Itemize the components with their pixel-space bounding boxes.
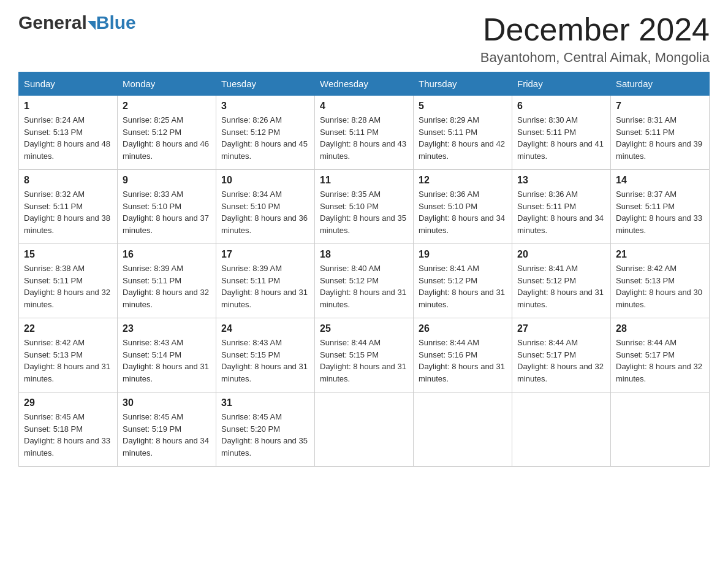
table-row: 11 Sunrise: 8:35 AM Sunset: 5:10 PM Dayl… <box>315 170 414 244</box>
day-number: 9 <box>123 175 211 186</box>
daylight-label: Daylight: 8 hours and 32 minutes. <box>517 362 604 383</box>
sunset-label: Sunset: 5:17 PM <box>616 350 675 359</box>
day-info: Sunrise: 8:36 AM Sunset: 5:10 PM Dayligh… <box>419 188 507 236</box>
day-info: Sunrise: 8:44 AM Sunset: 5:17 PM Dayligh… <box>517 337 605 385</box>
sunset-label: Sunset: 5:11 PM <box>221 276 280 285</box>
table-row: 27 Sunrise: 8:44 AM Sunset: 5:17 PM Dayl… <box>512 318 611 393</box>
daylight-label: Daylight: 8 hours and 32 minutes. <box>616 362 702 383</box>
daylight-label: Daylight: 8 hours and 34 minutes. <box>517 213 604 235</box>
day-number: 1 <box>24 101 112 112</box>
table-row: 15 Sunrise: 8:38 AM Sunset: 5:11 PM Dayl… <box>19 244 118 318</box>
day-number: 8 <box>24 175 112 186</box>
daylight-label: Daylight: 8 hours and 32 minutes. <box>24 288 110 309</box>
day-info: Sunrise: 8:36 AM Sunset: 5:11 PM Dayligh… <box>517 188 605 236</box>
table-row: 21 Sunrise: 8:42 AM Sunset: 5:13 PM Dayl… <box>611 244 710 318</box>
day-info: Sunrise: 8:45 AM Sunset: 5:20 PM Dayligh… <box>221 411 309 459</box>
calendar-week-row: 22 Sunrise: 8:42 AM Sunset: 5:13 PM Dayl… <box>19 318 710 393</box>
sunrise-label: Sunrise: 8:32 AM <box>24 190 85 199</box>
table-row: 12 Sunrise: 8:36 AM Sunset: 5:10 PM Dayl… <box>414 170 512 244</box>
daylight-label: Daylight: 8 hours and 33 minutes. <box>616 213 702 235</box>
page-header: General Blue December 2024 Bayantohom, C… <box>18 12 710 66</box>
logo-general-text: General <box>18 12 87 33</box>
day-info: Sunrise: 8:35 AM Sunset: 5:10 PM Dayligh… <box>320 188 408 236</box>
day-info: Sunrise: 8:40 AM Sunset: 5:12 PM Dayligh… <box>320 262 408 310</box>
sunset-label: Sunset: 5:13 PM <box>24 350 83 359</box>
sunset-label: Sunset: 5:11 PM <box>123 276 181 285</box>
table-row: 19 Sunrise: 8:41 AM Sunset: 5:12 PM Dayl… <box>414 244 512 318</box>
day-number: 22 <box>24 323 112 334</box>
col-thursday: Thursday <box>414 72 512 96</box>
day-number: 6 <box>517 101 605 112</box>
day-info: Sunrise: 8:29 AM Sunset: 5:11 PM Dayligh… <box>419 114 507 162</box>
daylight-label: Daylight: 8 hours and 31 minutes. <box>517 288 604 309</box>
daylight-label: Daylight: 8 hours and 34 minutes. <box>123 436 209 458</box>
table-row: 23 Sunrise: 8:43 AM Sunset: 5:14 PM Dayl… <box>118 318 216 393</box>
sunset-label: Sunset: 5:11 PM <box>24 202 83 211</box>
daylight-label: Daylight: 8 hours and 31 minutes. <box>123 362 209 383</box>
table-row <box>414 393 512 467</box>
sunset-label: Sunset: 5:11 PM <box>24 276 83 285</box>
sunrise-label: Sunrise: 8:28 AM <box>320 115 381 124</box>
sunset-label: Sunset: 5:18 PM <box>24 424 83 434</box>
table-row: 18 Sunrise: 8:40 AM Sunset: 5:12 PM Dayl… <box>315 244 414 318</box>
sunrise-label: Sunrise: 8:39 AM <box>123 264 183 273</box>
title-section: December 2024 Bayantohom, Central Aimak,… <box>480 12 710 66</box>
sunrise-label: Sunrise: 8:38 AM <box>24 264 85 273</box>
sunrise-label: Sunrise: 8:44 AM <box>616 338 677 347</box>
daylight-label: Daylight: 8 hours and 42 minutes. <box>419 139 505 161</box>
sunrise-label: Sunrise: 8:43 AM <box>123 338 183 347</box>
sunset-label: Sunset: 5:16 PM <box>419 350 477 359</box>
table-row: 8 Sunrise: 8:32 AM Sunset: 5:11 PM Dayli… <box>19 170 118 244</box>
day-info: Sunrise: 8:33 AM Sunset: 5:10 PM Dayligh… <box>123 188 211 236</box>
sunset-label: Sunset: 5:19 PM <box>123 424 181 434</box>
calendar-week-row: 15 Sunrise: 8:38 AM Sunset: 5:11 PM Dayl… <box>19 244 710 318</box>
col-friday: Friday <box>512 72 611 96</box>
sunrise-label: Sunrise: 8:44 AM <box>320 338 381 347</box>
sunset-label: Sunset: 5:20 PM <box>221 424 280 434</box>
daylight-label: Daylight: 8 hours and 38 minutes. <box>24 213 110 235</box>
calendar-week-row: 8 Sunrise: 8:32 AM Sunset: 5:11 PM Dayli… <box>19 170 710 244</box>
daylight-label: Daylight: 8 hours and 39 minutes. <box>616 139 702 161</box>
sunrise-label: Sunrise: 8:45 AM <box>24 412 85 421</box>
daylight-label: Daylight: 8 hours and 31 minutes. <box>221 288 308 309</box>
daylight-label: Daylight: 8 hours and 30 minutes. <box>616 288 702 309</box>
daylight-label: Daylight: 8 hours and 41 minutes. <box>517 139 604 161</box>
table-row: 31 Sunrise: 8:45 AM Sunset: 5:20 PM Dayl… <box>216 393 315 467</box>
sunset-label: Sunset: 5:15 PM <box>320 350 379 359</box>
day-number: 5 <box>419 101 507 112</box>
sunrise-label: Sunrise: 8:31 AM <box>616 115 677 124</box>
table-row: 17 Sunrise: 8:39 AM Sunset: 5:11 PM Dayl… <box>216 244 315 318</box>
daylight-label: Daylight: 8 hours and 31 minutes. <box>320 288 406 309</box>
table-row: 3 Sunrise: 8:26 AM Sunset: 5:12 PM Dayli… <box>216 96 315 170</box>
day-number: 11 <box>320 175 408 186</box>
sunrise-label: Sunrise: 8:45 AM <box>221 412 282 421</box>
table-row: 1 Sunrise: 8:24 AM Sunset: 5:13 PM Dayli… <box>19 96 118 170</box>
daylight-label: Daylight: 8 hours and 48 minutes. <box>24 139 110 161</box>
daylight-label: Daylight: 8 hours and 31 minutes. <box>320 362 406 383</box>
day-number: 28 <box>616 323 704 334</box>
sunrise-label: Sunrise: 8:33 AM <box>123 190 183 199</box>
sunrise-label: Sunrise: 8:30 AM <box>517 115 578 124</box>
sunset-label: Sunset: 5:12 PM <box>123 128 181 137</box>
sunrise-label: Sunrise: 8:37 AM <box>616 190 677 199</box>
day-number: 31 <box>221 397 309 408</box>
day-info: Sunrise: 8:25 AM Sunset: 5:12 PM Dayligh… <box>123 114 211 162</box>
calendar-week-row: 29 Sunrise: 8:45 AM Sunset: 5:18 PM Dayl… <box>19 393 710 467</box>
table-row: 10 Sunrise: 8:34 AM Sunset: 5:10 PM Dayl… <box>216 170 315 244</box>
day-info: Sunrise: 8:42 AM Sunset: 5:13 PM Dayligh… <box>616 262 704 310</box>
table-row: 26 Sunrise: 8:44 AM Sunset: 5:16 PM Dayl… <box>414 318 512 393</box>
col-saturday: Saturday <box>611 72 710 96</box>
table-row: 4 Sunrise: 8:28 AM Sunset: 5:11 PM Dayli… <box>315 96 414 170</box>
sunset-label: Sunset: 5:10 PM <box>123 202 181 211</box>
table-row: 5 Sunrise: 8:29 AM Sunset: 5:11 PM Dayli… <box>414 96 512 170</box>
day-info: Sunrise: 8:45 AM Sunset: 5:19 PM Dayligh… <box>123 411 211 459</box>
day-number: 12 <box>419 175 507 186</box>
day-info: Sunrise: 8:32 AM Sunset: 5:11 PM Dayligh… <box>24 188 112 236</box>
sunset-label: Sunset: 5:10 PM <box>320 202 379 211</box>
day-info: Sunrise: 8:24 AM Sunset: 5:13 PM Dayligh… <box>24 114 112 162</box>
daylight-label: Daylight: 8 hours and 32 minutes. <box>123 288 209 309</box>
col-sunday: Sunday <box>19 72 118 96</box>
day-number: 14 <box>616 175 704 186</box>
day-number: 24 <box>221 323 309 334</box>
sunset-label: Sunset: 5:15 PM <box>221 350 280 359</box>
